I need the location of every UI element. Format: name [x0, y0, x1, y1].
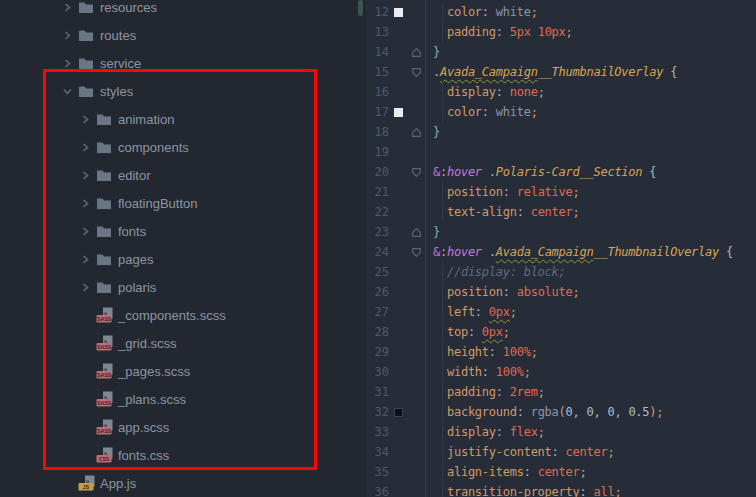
line-number[interactable]: 27 [366, 305, 389, 319]
line-number[interactable]: 22 [366, 205, 389, 219]
code-line[interactable]: 28 top: 0px; [366, 322, 756, 342]
tree-item-polaris[interactable]: polaris [0, 273, 366, 301]
code-line[interactable]: 12 color: white; [366, 2, 756, 22]
line-number[interactable]: 28 [366, 325, 389, 339]
code-line[interactable]: 33 display: flex; [366, 422, 756, 442]
token: : [552, 445, 559, 459]
code-editor[interactable]: 12 color: white;13 padding: 5px 10px;14}… [366, 0, 756, 497]
code-line[interactable]: 34 justify-content: center; [366, 442, 756, 462]
code-line[interactable]: 36 transition-property: all; [366, 482, 756, 497]
tree-item-app-js[interactable]: JSApp.js [0, 469, 366, 497]
chevron-right-icon[interactable] [80, 224, 96, 238]
tree-item-animation[interactable]: animation [0, 105, 366, 133]
code-line[interactable]: 27 left: 0px; [366, 302, 756, 322]
tree-item-fonts-css[interactable]: CSSfonts.css [0, 441, 366, 469]
chevron-right-icon[interactable] [80, 196, 96, 210]
fold-start-icon[interactable] [407, 67, 425, 78]
code-line[interactable]: 13 padding: 5px 10px; [366, 22, 756, 42]
token: 100% [503, 345, 531, 359]
line-number[interactable]: 26 [366, 285, 389, 299]
code-line[interactable]: 24&:hover .Avada_Campaign__ThumbnailOver… [366, 242, 756, 262]
chevron-right-icon[interactable] [62, 56, 78, 70]
line-number[interactable]: 33 [366, 425, 389, 439]
tree-item-fonts[interactable]: fonts [0, 217, 366, 245]
tree-item-grid-scss[interactable]: SASS_grid.scss [0, 329, 366, 357]
chevron-down-icon[interactable] [62, 84, 78, 98]
line-number[interactable]: 31 [366, 385, 389, 399]
tree-item-plans-scss[interactable]: SASS_plans.scss [0, 385, 366, 413]
line-number[interactable]: 23 [366, 225, 389, 239]
code-line[interactable]: 35 align-items: center; [366, 462, 756, 482]
line-number[interactable]: 12 [366, 5, 389, 19]
chevron-right-icon[interactable] [80, 140, 96, 154]
code-line[interactable]: 29 height: 100%; [366, 342, 756, 362]
code-text: justify-content: center; [425, 442, 614, 462]
code-line[interactable]: 19 [366, 142, 756, 162]
code-line[interactable]: 21 position: relative; [366, 182, 756, 202]
line-number[interactable]: 24 [366, 245, 389, 259]
chevron-right-icon[interactable] [62, 28, 78, 42]
token: { [726, 245, 733, 259]
line-number[interactable]: 25 [366, 265, 389, 279]
tree-item-components-scss[interactable]: SASS_components.scss [0, 301, 366, 329]
fold-end-icon[interactable] [407, 127, 425, 138]
code-line[interactable]: 22 text-align: center; [366, 202, 756, 222]
fold-end-icon[interactable] [407, 227, 425, 238]
line-number[interactable]: 19 [366, 145, 389, 159]
tree-item-app-scss[interactable]: SASSapp.scss [0, 413, 366, 441]
line-number[interactable]: 29 [366, 345, 389, 359]
line-number[interactable]: 14 [366, 45, 389, 59]
line-number[interactable]: 36 [366, 485, 389, 497]
line-number[interactable]: 16 [366, 85, 389, 99]
chevron-right-icon[interactable] [62, 0, 78, 14]
code-line[interactable]: 26 position: absolute; [366, 282, 756, 302]
token [510, 185, 517, 199]
code-line[interactable]: 18} [366, 122, 756, 142]
tree-item-pages[interactable]: pages [0, 245, 366, 273]
tree-item-routes[interactable]: routes [0, 21, 366, 49]
line-number[interactable]: 15 [366, 65, 389, 79]
fold-start-icon[interactable] [407, 247, 425, 258]
line-number[interactable]: 20 [366, 165, 389, 179]
code-line[interactable]: 14} [366, 42, 756, 62]
code-line[interactable]: 17 color: white; [366, 102, 756, 122]
chevron-right-icon[interactable] [80, 280, 96, 294]
token: } [433, 225, 440, 239]
chevron-right-icon[interactable] [80, 252, 96, 266]
color-preview-swatch[interactable] [394, 108, 403, 117]
line-number[interactable]: 18 [366, 125, 389, 139]
line-number[interactable]: 13 [366, 25, 389, 39]
line-number[interactable]: 21 [366, 185, 389, 199]
code-text: padding: 2rem; [425, 382, 545, 402]
color-preview-swatch[interactable] [394, 408, 403, 417]
tree-item-editor[interactable]: editor [0, 161, 366, 189]
tree-scrollbar-thumb[interactable] [358, 0, 363, 16]
folder-icon [96, 251, 115, 267]
fold-end-icon[interactable] [407, 47, 425, 58]
code-line[interactable]: 16 display: none; [366, 82, 756, 102]
line-number[interactable]: 35 [366, 465, 389, 479]
line-number[interactable]: 34 [366, 445, 389, 459]
chevron-right-icon[interactable] [80, 168, 96, 182]
tree-item-floatingbutton[interactable]: floatingButton [0, 189, 366, 217]
code-line[interactable]: 30 width: 100%; [366, 362, 756, 382]
chevron-right-icon[interactable] [80, 112, 96, 126]
code-line[interactable]: 32 background: rgba(0, 0, 0, 0.5); [366, 402, 756, 422]
token: ; [531, 345, 538, 359]
tree-item-pages-scss[interactable]: SASS_pages.scss [0, 357, 366, 385]
code-line[interactable]: 31 padding: 2rem; [366, 382, 756, 402]
tree-item-service[interactable]: service [0, 49, 366, 77]
line-number[interactable]: 30 [366, 365, 389, 379]
line-number[interactable]: 17 [366, 105, 389, 119]
chevron-spacer [62, 476, 78, 490]
color-preview-swatch[interactable] [394, 8, 403, 17]
fold-start-icon[interactable] [407, 167, 425, 178]
code-line[interactable]: 15.Avada_Campaign__ThumbnailOverlay { [366, 62, 756, 82]
tree-item-styles[interactable]: styles [0, 77, 366, 105]
code-line[interactable]: 23} [366, 222, 756, 242]
tree-item-components[interactable]: components [0, 133, 366, 161]
code-line[interactable]: 20&:hover .Polaris-Card__Section { [366, 162, 756, 182]
line-number[interactable]: 32 [366, 405, 389, 419]
code-line[interactable]: 25 //display: block; [366, 262, 756, 282]
tree-item-resources[interactable]: resources [0, 0, 366, 21]
